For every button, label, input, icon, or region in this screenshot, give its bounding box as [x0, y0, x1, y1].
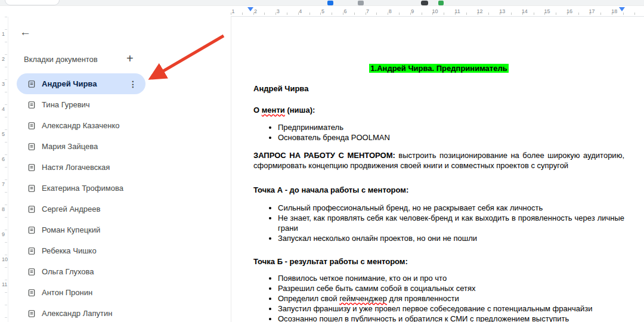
ruler-number: 8 [389, 8, 392, 14]
ruler-number: 9 [411, 8, 414, 14]
request-label: ЗАПРОС НА РАБОТУ С МЕНТОРОМ: [253, 151, 395, 160]
niche-label: О менти (ниша): [253, 105, 624, 115]
bullet-item: Запускал несколько онлайн проектов, но о… [278, 233, 624, 243]
point-a-list: Сильный профессиональный бренд, но не ра… [253, 203, 624, 243]
bullet-item: Появилось четкое понимание, кто он и про… [278, 273, 624, 283]
ruler-number: 5 [321, 8, 324, 14]
niche-list: ПредпринимательОснователь бренда POOLMAN [253, 122, 624, 143]
ruler-number: 8 [2, 206, 5, 212]
document-title: 1.Андрей Чирва. Предприниматель [253, 63, 624, 73]
ruler-number: 14 [522, 8, 528, 14]
sidebar-item-label: Тина Гуревич [42, 100, 90, 109]
ruler-number: 10 [2, 256, 8, 262]
document-tab-icon [27, 247, 36, 255]
ruler-number: 6 [343, 8, 346, 14]
highlighted-title: 1.Андрей Чирва. Предприниматель [369, 64, 508, 73]
point-a-label: Точка А - до начала работы с ментором: [253, 185, 624, 195]
sidebar-item[interactable]: Роман Купецкий [17, 219, 145, 240]
ruler-number: 1 [2, 31, 5, 37]
sidebar-item[interactable]: Тина Гуревич [17, 94, 145, 115]
ruler-number: 7 [2, 181, 5, 187]
bullet-item: Не знает, как проявлять себя как человек… [278, 213, 624, 233]
document-tab-icon [27, 101, 36, 109]
sidebar-item-label: Андрей Чирва [42, 79, 97, 88]
bullet-item: Осознанно пошел в публичность и обратилс… [278, 314, 624, 322]
ruler-number: 2 [254, 8, 257, 14]
ruler-number: 17 [589, 8, 595, 14]
sidebar-item-label: Александр Казаченко [42, 121, 119, 130]
sidebar-title: Вкладки документов [24, 55, 98, 64]
sidebar-item-label: Мария Зайцева [42, 142, 98, 151]
document-tab-icon [27, 80, 36, 88]
misspelled-word: менти [262, 106, 285, 114]
misspelled-word: геймченджер [339, 294, 387, 303]
sidebar-item[interactable]: Настя Логачевская [17, 157, 145, 178]
ruler-number: 11 [454, 8, 460, 14]
bullet-item: Запустил франшизу и уже провел первое со… [278, 304, 624, 314]
sidebar-item[interactable]: Антон Пронин [17, 282, 145, 303]
sidebar-item[interactable]: Екатерина Трофимова [17, 178, 145, 199]
kebab-menu-icon[interactable]: ⋮ [129, 79, 145, 89]
ruler-number: 12 [477, 8, 483, 14]
document-tab-icon [27, 226, 36, 234]
toolbar-icon-blue[interactable] [327, 1, 333, 5]
back-button[interactable]: ← [20, 26, 31, 38]
annotation-arrow [140, 29, 236, 88]
sidebar-item-label: Екатерина Трофимова [42, 184, 123, 193]
ruler-number: 15 [544, 8, 550, 14]
vertical-ruler: 1234567891011 [0, 17, 8, 322]
ruler-number: 3 [277, 8, 280, 14]
ruler-number: 13 [499, 8, 505, 14]
request-paragraph: ЗАПРОС НА РАБОТУ С МЕНТОРОМ: выстроить п… [253, 150, 624, 171]
sidebar-item[interactable]: Ольга Глухова [17, 261, 145, 282]
sidebar-item-label: Александр Лапутин [42, 309, 112, 318]
ruler-number: 11 [2, 281, 7, 287]
ruler-number: 7 [366, 8, 369, 14]
bullet-item: Основатель бренда POOLMAN [278, 132, 624, 143]
ruler-ticks [5, 17, 7, 322]
document-tab-icon [27, 205, 36, 213]
add-tab-button[interactable]: + [126, 52, 134, 66]
sidebar-item[interactable]: Сергей Андреев [17, 199, 145, 219]
point-b-label: Точка Б - результат работы с ментором: [253, 256, 624, 267]
sidebar-item[interactable]: Ребекка Чишко [17, 240, 145, 261]
ruler-number: 10 [432, 8, 438, 14]
top-toolbar-strip [0, 0, 644, 6]
document-tab-icon [27, 289, 36, 297]
sidebar-item[interactable]: Александр Казаченко [17, 115, 145, 136]
bullet-item: Предприниматель [278, 122, 624, 132]
toolbar-icon-dark[interactable] [421, 1, 428, 5]
toolbar-icon-green[interactable] [438, 1, 444, 5]
ruler-number: 2 [2, 56, 5, 62]
sidebar-item-label: Настя Логачевская [42, 163, 110, 172]
ruler-number: 6 [2, 156, 5, 162]
document-tab-icon [27, 309, 36, 318]
bullet-item: Разрешил себе быть самим собой в социаль… [278, 283, 624, 293]
document-page[interactable]: 1.Андрей Чирва. Предприниматель Андрей Ч… [231, 17, 644, 322]
ruler-number: 9 [2, 231, 5, 237]
bullet-item: Определил свой геймченджер для проявленн… [278, 293, 624, 304]
person-name: Андрей Чирва [253, 83, 624, 94]
ruler-number: 1 [231, 8, 234, 14]
sidebar-item-label: Сергей Андреев [42, 205, 100, 213]
ruler-number: 4 [2, 106, 5, 112]
sidebar-item[interactable]: Александр Лапутин [17, 303, 145, 322]
ruler-number: 16 [566, 8, 572, 14]
document-tabs-list: Андрей Чирва⋮Тина ГуревичАлександр Казач… [17, 73, 145, 322]
document-content: 1.Андрей Чирва. Предприниматель Андрей Ч… [231, 17, 625, 322]
sidebar-item-label: Антон Пронин [42, 288, 92, 297]
document-tab-icon [27, 184, 36, 193]
toolbar-icon-gray[interactable] [358, 1, 364, 5]
ruler-number: 4 [299, 8, 302, 14]
browser-tab-remnant [5, 0, 60, 5]
ruler-number: 5 [2, 131, 5, 137]
sidebar-item-label: Роман Купецкий [42, 225, 100, 234]
right-indent-marker[interactable] [619, 7, 625, 11]
horizontal-ruler: 123456789101112131415161718 [231, 7, 644, 17]
left-indent-marker[interactable] [247, 7, 253, 11]
document-tab-icon [27, 122, 36, 130]
sidebar-item-label: Ребекка Чишко [42, 246, 97, 255]
ruler-number: 18 [611, 8, 617, 14]
sidebar-item[interactable]: Андрей Чирва⋮ [17, 73, 145, 94]
sidebar-item[interactable]: Мария Зайцева [17, 136, 145, 157]
